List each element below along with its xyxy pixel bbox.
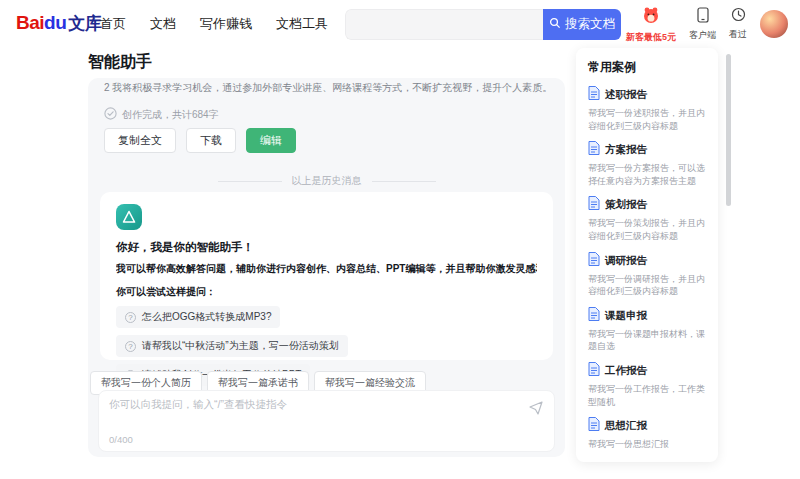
case-item[interactable]: 思想汇报 帮我写一份思想汇报 — [588, 417, 706, 451]
case-desc: 帮我写一份策划报告，并且内容细化到三级内容标题 — [588, 217, 706, 242]
case-title: 调研报告 — [605, 254, 647, 268]
document-icon — [588, 86, 600, 104]
navbar-right: 新客最低5元 客户端 看过 — [626, 0, 788, 48]
case-item[interactable]: 策划报告 帮我写一份策划报告，并且内容细化到三级内容标题 — [588, 196, 706, 242]
case-desc: 帮我写一份调研报告，并且内容细化到三级内容标题 — [588, 273, 706, 298]
check-circle-icon — [104, 107, 117, 122]
search-icon — [549, 17, 561, 32]
nav-item-home[interactable]: 首页 — [100, 15, 126, 33]
document-icon — [588, 196, 600, 214]
nav-item-docs[interactable]: 文档 — [150, 15, 176, 33]
case-item[interactable]: 课题申报 帮我写一份课题申报材料，课题自选 — [588, 307, 706, 353]
case-title: 课题申报 — [605, 309, 647, 323]
user-avatar[interactable] — [760, 10, 788, 38]
logo-product: 文库 — [68, 14, 101, 33]
document-icon — [588, 141, 600, 159]
logo-du: du — [44, 12, 66, 33]
example-question[interactable]: ? 请帮我以“中秋活动”为主题，写一份活动策划 — [116, 335, 348, 357]
case-title: 策划报告 — [605, 198, 647, 212]
case-item[interactable]: 工作报告 帮我写一份工作报告，工作类型随机 — [588, 362, 706, 408]
history-divider: 以上是历史消息 — [88, 174, 565, 188]
creation-status-text: 创作完成，共计684字 — [122, 108, 219, 122]
case-item[interactable]: 调研报告 帮我写一份调研报告，并且内容细化到三级内容标题 — [588, 252, 706, 298]
logo-bai: Bai — [16, 12, 44, 33]
assistant-try-label: 你可以尝试这样提问： — [116, 285, 537, 299]
history-divider-label: 以上是历史消息 — [292, 174, 362, 188]
promo-label: 新客最低5元 — [626, 31, 676, 44]
page-title: 智能助手 — [88, 52, 152, 73]
case-desc: 帮我写一份课题申报材料，课题自选 — [588, 328, 706, 353]
phone-icon — [697, 7, 709, 27]
case-title: 述职报告 — [605, 88, 647, 102]
assistant-avatar — [116, 204, 142, 230]
conversation-panel: 2 我将积极寻求学习机会，通过参加外部专业讲座、网络课程等方式，不断扩充视野，提… — [88, 78, 565, 457]
send-icon[interactable] — [527, 398, 545, 416]
result-actions: 复制全文 下载 编辑 — [104, 128, 296, 153]
search-input[interactable] — [345, 9, 543, 40]
nav-item-doc-tools[interactable]: 文档工具 — [276, 15, 328, 33]
message-input[interactable] — [109, 398, 512, 432]
case-desc: 帮我写一份方案报告，可以选择任意内容为方案报告主题 — [588, 162, 706, 187]
question-icon: ? — [125, 312, 136, 323]
common-cases-title: 常用案例 — [588, 59, 706, 76]
edit-button[interactable]: 编辑 — [246, 128, 296, 153]
search-button-label: 搜索文档 — [565, 16, 615, 33]
case-desc: 帮我写一份思想汇报 — [588, 438, 706, 451]
assistant-intro: 我可以帮你高效解答问题，辅助你进行内容创作、内容总结、PPT编辑等，并且帮助你激… — [116, 262, 537, 276]
scrollbar-thumb[interactable] — [726, 54, 731, 206]
viewed-widget[interactable]: 看过 — [729, 7, 747, 41]
download-button[interactable]: 下载 — [186, 128, 236, 153]
document-icon — [588, 252, 600, 270]
baidu-wenku-logo[interactable]: Baidu文库 — [16, 12, 101, 35]
copy-all-button[interactable]: 复制全文 — [104, 128, 176, 153]
document-icon — [588, 417, 600, 435]
case-desc: 帮我写一份工作报告，工作类型随机 — [588, 383, 706, 408]
history-clipped-text: 2 我将积极寻求学习机会，通过参加外部专业讲座、网络课程等方式，不断扩充视野，提… — [104, 81, 557, 95]
case-title: 思想汇报 — [605, 419, 647, 433]
case-title: 工作报告 — [605, 364, 647, 378]
mascot-icon — [641, 5, 661, 29]
search-bar: 搜索文档 — [345, 9, 621, 40]
top-navbar: Baidu文库 首页 文档 写作赚钱 文档工具 更多 搜索文档 新客最低5元 — [0, 0, 800, 48]
page: Baidu文库 首页 文档 写作赚钱 文档工具 更多 搜索文档 新客最低5元 — [0, 0, 800, 479]
assistant-greeting: 你好，我是你的智能助手！ — [116, 240, 537, 255]
case-desc: 帮我写一份述职报告，并且内容细化到三级内容标题 — [588, 107, 706, 132]
client-widget[interactable]: 客户端 — [689, 7, 716, 42]
example-question-text: 怎么把OGG格式转换成MP3? — [142, 310, 271, 324]
question-icon: ? — [125, 341, 136, 352]
client-label: 客户端 — [689, 29, 716, 42]
document-icon — [588, 307, 600, 325]
common-cases-card: 常用案例 述职报告 帮我写一份述职报告，并且内容细化到三级内容标题 方案报告 帮… — [576, 48, 718, 462]
message-input-box: 0/400 — [98, 390, 555, 452]
assistant-message-bubble: 你好，我是你的智能助手！ 我可以帮你高效解答问题，辅助你进行内容创作、内容总结、… — [100, 192, 553, 360]
creation-status: 创作完成，共计684字 — [104, 107, 219, 122]
main-nav: 首页 文档 写作赚钱 文档工具 更多 — [100, 0, 378, 48]
example-question[interactable]: ? 怎么把OGG格式转换成MP3? — [116, 306, 280, 328]
case-item[interactable]: 述职报告 帮我写一份述职报告，并且内容细化到三级内容标题 — [588, 86, 706, 132]
case-item[interactable]: 方案报告 帮我写一份方案报告，可以选择任意内容为方案报告主题 — [588, 141, 706, 187]
document-icon — [588, 362, 600, 380]
case-title: 方案报告 — [605, 143, 647, 157]
example-question-text: 请帮我以“中秋活动”为主题，写一份活动策划 — [142, 339, 339, 353]
nav-item-write-earn[interactable]: 写作赚钱 — [200, 15, 252, 33]
clock-icon — [731, 7, 746, 26]
search-button[interactable]: 搜索文档 — [543, 9, 621, 40]
viewed-label: 看过 — [729, 28, 747, 41]
promo-widget[interactable]: 新客最低5元 — [626, 5, 676, 44]
char-counter: 0/400 — [109, 434, 133, 445]
